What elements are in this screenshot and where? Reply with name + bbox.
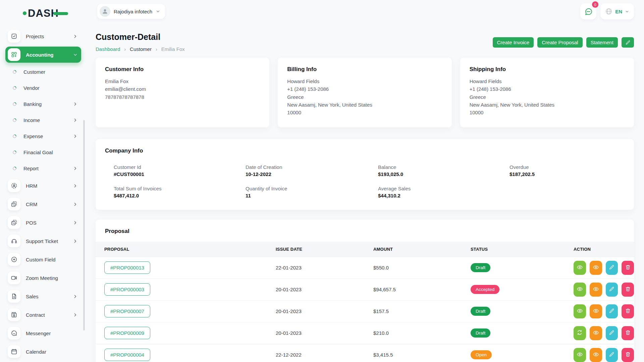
pos-icon (8, 216, 20, 229)
company-info-title: Company Info (105, 147, 625, 154)
view-button[interactable] (590, 326, 602, 340)
edit-button[interactable] (606, 304, 618, 318)
proposal-id-link[interactable]: #PROP000004 (104, 349, 150, 361)
sidebar-item-finacial-goal[interactable]: Finacial Goal (5, 145, 81, 159)
view-button[interactable] (590, 348, 602, 362)
trash-icon (625, 308, 631, 315)
sidebar-item-label: POS (26, 220, 73, 226)
sidebar-item-accounting[interactable]: Accounting (5, 47, 81, 63)
field-label: Balance (378, 164, 509, 170)
sidebar-item-pos[interactable]: POS (5, 215, 81, 231)
view-button[interactable] (590, 261, 602, 275)
proposal-id-link[interactable]: #PROP000013 (104, 261, 150, 274)
sidebar-item-label: Expense (23, 133, 73, 139)
sidebar-item-label: Accounting (26, 52, 73, 58)
chevron-right-icon (73, 183, 78, 188)
sidebar-item-hrm[interactable]: HRM (5, 178, 81, 194)
sidebar-item-customer[interactable]: Customer (5, 65, 81, 78)
proposal-card: Proposal PROPOSALISSUE DATEAMOUNTSTATUSA… (96, 220, 634, 362)
view-button[interactable] (574, 283, 586, 297)
convert-button[interactable] (574, 326, 586, 340)
sidebar-item-income[interactable]: Income (5, 113, 81, 127)
pencil-icon (625, 40, 631, 45)
sidebar-item-label: Zoom Meeting (26, 275, 78, 281)
messages-button[interactable]: 0 (580, 3, 596, 19)
view-button[interactable] (574, 261, 586, 275)
sidebar-item-crm[interactable]: CRM (5, 196, 81, 212)
proposal-id-link[interactable]: #PROP000007 (104, 305, 150, 317)
sidebar-item-contract[interactable]: Contract (5, 307, 81, 323)
submenu-bullet-icon (12, 101, 17, 106)
view-button[interactable] (590, 304, 602, 318)
trash-icon (625, 286, 631, 293)
sidebar-item-label: HRM (26, 183, 73, 189)
create-proposal-button[interactable]: Create Proposal (537, 37, 582, 48)
sidebar-item-label: Contract (26, 312, 73, 318)
delete-button[interactable] (622, 261, 634, 275)
sidebar-item-sales[interactable]: Sales (5, 288, 81, 304)
row-actions (574, 326, 634, 340)
sidebar-item-vendor[interactable]: Vendor (5, 81, 81, 95)
workspace-name: Rajodiya infotech (114, 9, 152, 14)
trash-icon (625, 351, 631, 358)
workspace-switcher[interactable]: Rajodiya infotech (97, 4, 165, 19)
table-row: #PROP00000920-01-2023$210.0Draft (96, 322, 634, 344)
field-value: $193,025.0 (378, 171, 509, 177)
view-button[interactable] (574, 348, 586, 362)
sidebar-item-report[interactable]: Report (5, 162, 81, 175)
edit-customer-button[interactable] (622, 37, 634, 48)
breadcrumb-dashboard[interactable]: Dashboard (96, 46, 120, 52)
proposal-id-link[interactable]: #PROP000003 (104, 283, 150, 296)
breadcrumb-customer[interactable]: Customer (130, 46, 152, 52)
company-field-customer-id: Customer Id#CUST00001 (114, 164, 246, 177)
column-header-proposal: PROPOSAL (96, 242, 276, 257)
sidebar-item-support-ticket[interactable]: Support Ticket (5, 233, 81, 249)
chevron-down-icon (625, 9, 629, 14)
chevron-right-icon (73, 202, 78, 207)
sidebar-item-label: CRM (26, 201, 73, 207)
sidebar-item-zoom-meeting[interactable]: Zoom Meeting (5, 270, 81, 286)
language-selector[interactable]: EN (600, 3, 634, 19)
sidebar-item-messenger[interactable]: Messenger (5, 325, 81, 341)
edit-button[interactable] (606, 261, 618, 275)
sidebar-item-custom-field[interactable]: Custom Field (5, 251, 81, 267)
delete-button[interactable] (622, 348, 634, 362)
info-line: Howard Fields (470, 77, 625, 85)
submenu-bullet-icon (12, 166, 17, 171)
edit-button[interactable] (606, 326, 618, 340)
field-value: #CUST00001 (114, 171, 246, 177)
custom-field-icon (8, 253, 20, 266)
view-button[interactable] (590, 283, 602, 297)
info-line: Greece (470, 93, 625, 101)
amount-cell: $94,657.5 (373, 279, 471, 300)
sidebar-item-label: Messenger (26, 330, 78, 336)
delete-button[interactable] (622, 283, 634, 297)
view-button[interactable] (574, 304, 586, 318)
language-code: EN (615, 9, 622, 14)
proposal-id-link[interactable]: #PROP000009 (104, 327, 150, 339)
chevron-right-icon (73, 312, 78, 317)
delete-button[interactable] (622, 326, 634, 340)
crm-icon (8, 198, 20, 210)
sidebar-item-calendar[interactable]: Calendar (5, 344, 81, 360)
submenu-bullet-icon (12, 133, 17, 138)
edit-button[interactable] (606, 348, 618, 362)
sidebar-item-banking[interactable]: Banking (5, 97, 81, 111)
info-line: New Aasamj, New York, United States (470, 101, 625, 109)
submenu-bullet-icon (12, 69, 17, 74)
issue-date-cell: 20-01-2023 (276, 279, 373, 300)
create-invoice-button[interactable]: Create Invoice (493, 37, 534, 48)
edit-button[interactable] (606, 283, 618, 297)
sidebar-scrollbar[interactable] (83, 120, 85, 330)
delete-button[interactable] (622, 304, 634, 318)
sidebar-item-expense[interactable]: Expense (5, 129, 81, 143)
globe-icon (605, 8, 612, 15)
brand-logo[interactable]: DASH (23, 7, 68, 19)
sidebar-item-projects[interactable]: Projects (5, 28, 81, 44)
statement-button[interactable]: Statement (586, 37, 618, 48)
chevron-right-icon (73, 294, 78, 299)
eye-icon (593, 329, 599, 337)
field-value: $44,310.2 (378, 193, 509, 198)
issue-date-cell: 20-01-2023 (276, 300, 373, 322)
sidebar-item-label: Support Ticket (26, 238, 73, 244)
